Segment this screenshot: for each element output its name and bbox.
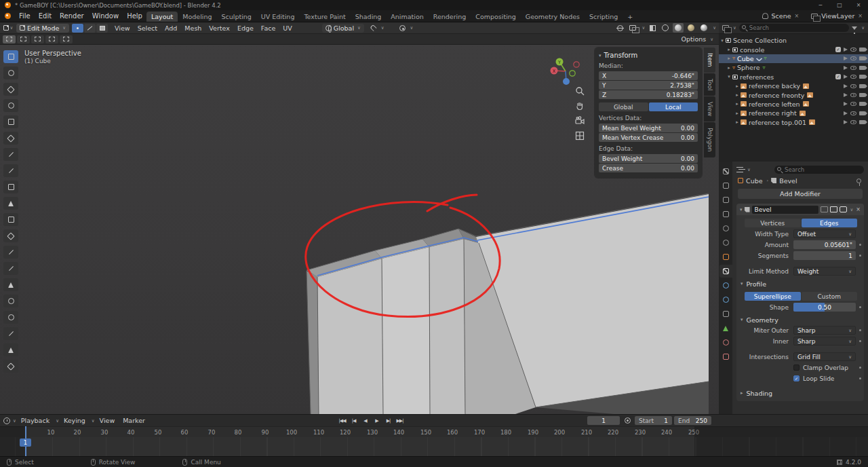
inset-faces-tool[interactable] [3,213,18,226]
disable-render-icon[interactable] [859,93,865,97]
collection-checkbox[interactable]: ✓ [835,74,841,79]
mean-vertex-crease-field[interactable]: Mean Vertex Crease0.00 [599,133,698,142]
jump-to-start-button[interactable]: |◀◀ [337,416,347,425]
vertex-select-mode-button[interactable] [72,24,83,33]
frame-end-field[interactable]: End250 [674,416,711,425]
tab-object-properties[interactable] [719,250,732,263]
hide-viewport-icon[interactable] [850,111,856,115]
outliner-row-scene-collection[interactable]: ▾ Scene Collection [719,36,868,45]
selectable-icon[interactable] [844,93,848,97]
snap-dropdown[interactable]: ∨ [381,25,384,31]
menu-face[interactable]: Face [258,24,279,32]
workspace-tab-geometry-nodes[interactable]: Geometry Nodes [521,12,585,22]
menu-help[interactable]: Help [123,12,146,20]
gizmo-z-axis[interactable] [563,78,570,85]
tab-constraints-properties[interactable] [719,307,732,320]
move-tool[interactable] [3,83,18,96]
shading-solid-button[interactable] [673,23,684,33]
mesh-data-icon[interactable]: ▿ [764,56,767,61]
collection-checkbox[interactable]: ✓ [835,47,841,52]
transform-orientation-dropdown[interactable]: Global ∨ [322,24,364,33]
image-data-icon[interactable] [809,119,815,125]
disable-render-icon[interactable] [859,102,865,106]
selectable-icon[interactable] [844,120,848,124]
hide-viewport-icon[interactable] [850,120,856,124]
outliner-row-reference-right[interactable]: ▸ reference right [719,109,868,117]
gizmo-x-neg-axis[interactable] [574,62,579,67]
workspace-tab-rendering[interactable]: Rendering [429,12,471,22]
proportional-edit-dropdown[interactable]: ∨ [410,25,414,31]
properties-search-input[interactable] [774,166,864,174]
edit-mode-display-toggle[interactable] [821,206,828,212]
select-mode-intersect-button[interactable] [60,35,73,43]
modifier-badge-icon[interactable] [755,56,762,62]
animate-dot[interactable] [859,329,861,331]
tab-view-layer-properties[interactable] [719,208,732,221]
image-data-icon[interactable] [803,101,809,107]
image-data-icon[interactable] [807,92,813,98]
navigation-gizmo[interactable]: Y X [548,53,583,88]
outliner-row-reference-freonty[interactable]: ▸ reference freonty [719,90,868,99]
loop-cut-tool[interactable] [3,246,18,259]
selectable-icon[interactable] [844,56,848,60]
measure-tool[interactable] [3,164,18,177]
outliner-row-cube[interactable]: ▸ ▿ Cube ▿ [719,54,868,63]
view-layer-selector[interactable]: ViewLayer [821,12,854,20]
hide-viewport-icon[interactable] [850,48,856,52]
outliner-editor-icon[interactable] [722,25,729,31]
affect-edges-button[interactable]: Edges [802,219,858,227]
rip-region-tool[interactable] [3,360,18,373]
add-modifier-button[interactable]: Add Modifier [738,189,863,199]
tab-polygon[interactable]: Polygon [704,122,715,157]
tab-texture-properties[interactable] [719,350,732,363]
menu-window[interactable]: Window [88,12,123,20]
menu-add[interactable]: Add [161,24,180,32]
affect-vertices-button[interactable]: Vertices [745,219,801,227]
disable-render-icon[interactable] [859,66,865,70]
outliner-row-console[interactable]: ▸ console ✓ [719,45,868,54]
hide-viewport-icon[interactable] [850,75,856,79]
animate-dot[interactable] [859,306,861,308]
play-button[interactable]: ▶ [372,416,382,425]
transform-panel-title[interactable]: Transform [604,52,638,59]
frame-start-field[interactable]: Start1 [635,416,672,425]
menu-edit[interactable]: Edit [35,12,56,20]
median-x-field[interactable]: X-0.646" [599,71,698,80]
disable-render-icon[interactable] [859,75,865,79]
hide-viewport-icon[interactable] [850,66,856,70]
tab-render-properties[interactable] [719,179,732,192]
disable-render-icon[interactable] [859,56,865,60]
hide-viewport-icon[interactable] [850,84,856,88]
select-mode-subtract-button[interactable] [31,35,44,43]
breadcrumb-object[interactable]: Cube [746,177,763,185]
tab-object-data-properties[interactable] [719,322,732,335]
show-gizmo-toggle[interactable] [614,23,625,33]
play-reverse-button[interactable]: ◀ [360,416,370,425]
disable-render-icon[interactable] [859,111,865,115]
scene-selector[interactable]: Scene [772,12,791,20]
tab-tool[interactable]: Tool [704,73,715,96]
view-layer-remove-icon[interactable]: × [858,13,863,19]
playback-menu[interactable]: Playback [18,417,53,424]
orthographic-grid-icon[interactable] [574,130,585,141]
hide-viewport-icon[interactable] [850,56,856,60]
local-coords-button[interactable]: Local [649,102,698,111]
workspace-tab-layout[interactable]: Layout [146,12,178,22]
selectable-icon[interactable] [844,102,848,106]
realtime-display-toggle[interactable] [830,206,837,212]
select-mode-set-button[interactable] [3,35,16,43]
filter-icon[interactable] [852,26,857,30]
tab-material-properties[interactable] [719,336,732,349]
shape-slider[interactable]: 0.50 [793,303,856,312]
face-select-mode-button[interactable] [96,24,108,33]
outliner-row-reference-leften[interactable]: ▸ reference leften [719,100,868,109]
proportional-edit-toggle[interactable] [397,23,408,33]
workspace-tab-uv-editing[interactable]: UV Editing [256,12,300,22]
mode-dropdown[interactable]: Edit Mode ∨ [16,24,69,33]
breadcrumb-modifier[interactable]: Bevel [779,177,797,185]
tab-item[interactable]: Item [704,48,715,73]
panel-collapse-icon[interactable]: ▾ [740,207,743,212]
shading-wireframe-button[interactable] [660,23,671,33]
knife-tool[interactable] [3,262,18,275]
marker-menu[interactable]: Marker [119,417,149,424]
